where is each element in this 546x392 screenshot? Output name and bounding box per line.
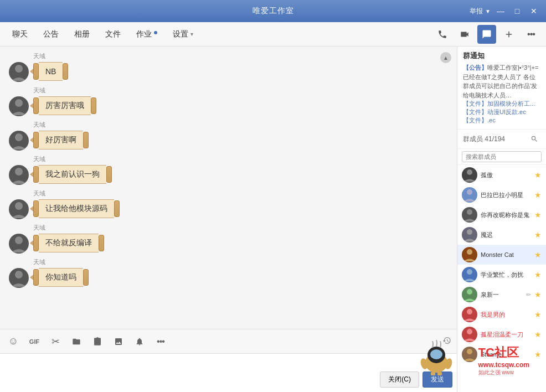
svg-point-12	[467, 269, 472, 275]
more-toolbar-btn[interactable]: •••	[153, 334, 168, 349]
main-content: ▲ 天域 NB 天域	[0, 47, 546, 392]
report-label[interactable]: 举报	[470, 7, 483, 16]
svg-point-11	[467, 249, 472, 255]
nav-chat[interactable]: 聊天	[6, 26, 34, 43]
scroll-right-4	[106, 166, 112, 183]
homework-badge	[154, 31, 157, 34]
member-avatar-quanxinyi	[462, 287, 477, 302]
member-item-monstercat[interactable]: Monster Cat ★	[457, 245, 546, 265]
message-sender-3: 天域	[33, 121, 451, 129]
message-group-1: 天域 NB	[9, 52, 451, 82]
avatar-3	[9, 131, 29, 151]
emoji-btn[interactable]: ☺	[6, 334, 21, 349]
bubble-wrap-1: NB	[33, 62, 68, 81]
bubble-wrap-7: 你知道吗	[33, 268, 89, 287]
member-list[interactable]: 孤傲 ★ 巴拉巴拉小明星 ★ 你再改昵称你是鬼 ★	[457, 165, 546, 392]
maximize-button[interactable]: □	[509, 3, 525, 19]
message-sender-1: 天域	[33, 52, 451, 60]
close-chat-button[interactable]: 关闭(C)	[380, 372, 419, 388]
bubble-wrap-6: 不给就反编译	[33, 234, 104, 252]
image-paste-btn[interactable]	[90, 334, 105, 349]
member-item-woshiande[interactable]: 我是男的 ★	[457, 305, 546, 324]
avatar-2	[9, 96, 29, 116]
scroll-top-btn[interactable]: ▲	[440, 52, 451, 63]
svg-point-2	[15, 133, 23, 141]
message-sender-5: 天域	[33, 189, 451, 198]
message-row-1: NB	[9, 62, 451, 82]
phone-icon-btn[interactable]	[433, 25, 452, 44]
scroll-left-3	[33, 132, 39, 148]
member-search-input[interactable]	[462, 151, 542, 162]
chat-icon-btn[interactable]	[477, 25, 496, 44]
bubble-arrow-7	[30, 275, 33, 280]
bubble-arrow-6	[30, 240, 33, 246]
scissors-btn[interactable]: ✂	[48, 334, 63, 349]
member-avatar-balabala	[462, 187, 477, 203]
file-link-3[interactable]: 【文件】.ec	[463, 116, 540, 125]
member-search-area	[457, 149, 546, 165]
message-row-7: 你知道吗	[9, 268, 451, 288]
member-avatar-xueyefanmang	[462, 267, 477, 282]
chat-messages[interactable]: ▲ 天域 NB 天域	[0, 47, 457, 329]
member-avatar-woshiande	[462, 307, 477, 322]
svg-point-9	[467, 209, 472, 215]
member-item-balabala[interactable]: 巴拉巴拉小明星 ★	[457, 185, 546, 205]
member-item-gaicheng[interactable]: 你再改昵称你是鬼 ★	[457, 205, 546, 225]
scroll-left-7	[33, 269, 39, 286]
member-badge-monstercat: ★	[534, 250, 542, 259]
nav-homework[interactable]: 作业	[130, 26, 164, 43]
member-item-xueyefanmang[interactable]: 学业繁忙，勿扰 ★	[457, 265, 546, 285]
message-group-3: 天域 好厉害啊	[9, 121, 451, 151]
bubble-wrap-4: 我之前认识一狗	[33, 165, 112, 184]
scroll-right-7	[83, 269, 89, 286]
toolbar-right	[442, 336, 451, 347]
member-item-quanxinyi[interactable]: 泉新一 ✏ ★	[457, 285, 546, 305]
member-avatar-steamer	[462, 347, 477, 362]
bubble-arrow-2	[30, 103, 33, 109]
svg-point-13	[467, 289, 472, 295]
member-item-guao[interactable]: 孤傲 ★	[457, 165, 546, 185]
bubble-wrap-2: 厉害厉害哦	[33, 96, 96, 115]
nav-settings[interactable]: 设置▼	[166, 26, 201, 43]
notice-title: 群通知	[463, 51, 540, 61]
file-link-1[interactable]: 【文件】加固模块分析工...	[463, 100, 540, 108]
add-icon-btn[interactable]	[499, 25, 518, 44]
member-name-gaicheng: 你再改昵称你是鬼	[481, 211, 531, 219]
bubble-arrow-1	[30, 69, 33, 74]
photo-btn[interactable]	[111, 334, 126, 349]
member-name-woshiande: 我是男的	[481, 311, 531, 319]
scroll-left-5	[33, 200, 39, 217]
nav-album[interactable]: 相册	[68, 26, 96, 43]
member-badge-yanci: ★	[534, 230, 542, 239]
member-name-quanxinyi: 泉新一	[481, 291, 523, 299]
svg-point-6	[15, 271, 23, 278]
bubble-content-5: 让我给他模块源码	[39, 199, 114, 218]
svg-point-15	[467, 329, 472, 334]
message-sender-6: 天域	[33, 224, 451, 232]
member-item-yanci[interactable]: 魇迟 ★	[457, 225, 546, 245]
file-link-2[interactable]: 【文件】动漫UI反款.ec	[463, 108, 540, 116]
minimize-button[interactable]: —	[493, 3, 508, 19]
member-item-steamer[interactable]: Steamer ★	[457, 344, 546, 364]
member-item-guxinglei[interactable]: 孤星泪温柔一刀 ★	[457, 324, 546, 344]
folder-btn[interactable]	[69, 334, 84, 349]
member-badge-balabala: ★	[534, 190, 542, 199]
message-row-2: 厉害厉害哦	[9, 96, 451, 116]
more-icon-btn[interactable]: •••	[522, 25, 540, 44]
clock-btn[interactable]	[442, 336, 451, 347]
bell-btn[interactable]	[132, 334, 147, 349]
right-panel: 群通知 【公告】唯爱工作室|•°3°|+=已经在做T之类人员了 各位群成员可以把…	[457, 47, 546, 392]
nav-notice[interactable]: 公告	[37, 26, 65, 43]
member-avatar-yanci	[462, 227, 477, 243]
nav-files[interactable]: 文件	[99, 26, 127, 43]
send-button[interactable]: 发送	[423, 372, 452, 388]
message-input[interactable]	[0, 354, 375, 392]
gif-btn[interactable]: GIF	[27, 334, 42, 349]
member-badge-woshiande: ★	[534, 310, 542, 319]
report-chevron[interactable]: ▼	[485, 8, 491, 14]
close-button[interactable]: ✕	[526, 3, 542, 19]
svg-point-14	[467, 309, 472, 314]
search-member-btn[interactable]	[528, 133, 540, 145]
video-icon-btn[interactable]	[455, 25, 474, 44]
member-name-balabala: 巴拉巴拉小明星	[481, 191, 531, 199]
